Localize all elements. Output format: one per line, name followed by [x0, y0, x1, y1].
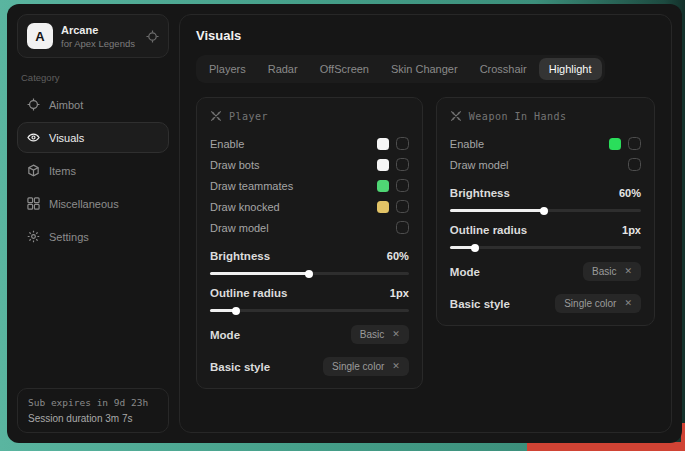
- remove-icon[interactable]: ✕: [624, 299, 632, 308]
- checkbox[interactable]: [628, 137, 641, 150]
- sidebar-item-label: Miscellaneous: [49, 198, 119, 210]
- session-duration-text: Session duration 3m 7s: [28, 413, 158, 424]
- toggle-row-draw-knocked: Draw knocked: [210, 196, 409, 217]
- toggle-label: Draw teammates: [210, 180, 293, 192]
- toggle-label: Draw model: [210, 222, 269, 234]
- slider-track[interactable]: [450, 209, 641, 212]
- remove-icon[interactable]: ✕: [392, 330, 400, 339]
- mode-tag[interactable]: Basic ✕: [351, 325, 409, 344]
- sidebar-item-items[interactable]: Items: [17, 155, 169, 186]
- tab-radar[interactable]: Radar: [258, 58, 308, 80]
- sidebar-item-miscellaneous[interactable]: Miscellaneous: [17, 188, 169, 219]
- gear-icon: [27, 230, 40, 243]
- main-content: Visuals Players Radar OffScreen Skin Cha…: [179, 14, 672, 433]
- color-swatch[interactable]: [377, 159, 389, 171]
- sub-expiry-text: Sub expires in 9d 23h: [28, 397, 158, 408]
- panel-weapon-header: Weapon In Hands: [450, 110, 641, 122]
- grid-icon: [27, 197, 40, 210]
- color-swatch[interactable]: [609, 138, 621, 150]
- toggle-row-enable: Enable: [450, 133, 641, 154]
- toggle-label: Draw model: [450, 159, 509, 171]
- basic-style-tag[interactable]: Single color ✕: [555, 294, 641, 313]
- remove-icon[interactable]: ✕: [624, 267, 632, 276]
- sidebar-item-label: Items: [49, 165, 76, 177]
- panel-weapon-in-hands: Weapon In Hands Enable Draw model: [436, 97, 655, 326]
- tag-text: Single color: [564, 298, 616, 309]
- tab-bar: Players Radar OffScreen Skin Changer Cro…: [196, 55, 605, 83]
- slider-brightness: Brightness 60%: [210, 250, 409, 275]
- target-icon[interactable]: [146, 30, 159, 43]
- sidebar-item-visuals[interactable]: Visuals: [17, 122, 169, 153]
- profile-card: A Arcane for Apex Legends: [17, 14, 169, 58]
- select-basic-style: Basic style Single color ✕: [450, 294, 641, 313]
- background-red-area: [527, 442, 685, 451]
- app-subtitle: for Apex Legends: [61, 38, 138, 49]
- toggle-row-draw-bots: Draw bots: [210, 154, 409, 175]
- tab-highlight[interactable]: Highlight: [539, 58, 602, 80]
- slider-label: Brightness: [450, 187, 510, 199]
- tab-players[interactable]: Players: [199, 58, 256, 80]
- checkbox[interactable]: [396, 200, 409, 213]
- select-mode: Mode Basic ✕: [210, 325, 409, 344]
- slider-track[interactable]: [210, 309, 409, 312]
- slider-fill: [450, 209, 544, 212]
- checkbox[interactable]: [396, 221, 409, 234]
- checkbox[interactable]: [396, 137, 409, 150]
- panel-player: Player Enable Draw bots: [196, 97, 423, 389]
- sidebar-item-label: Visuals: [49, 132, 84, 144]
- slider-fill: [450, 246, 475, 249]
- checkbox[interactable]: [628, 158, 641, 171]
- color-swatch[interactable]: [377, 180, 389, 192]
- color-swatch[interactable]: [377, 201, 389, 213]
- panel-title: Weapon In Hands: [469, 111, 567, 122]
- select-basic-style: Basic style Single color ✕: [210, 357, 409, 376]
- slider-track[interactable]: [450, 246, 641, 249]
- slider-thumb[interactable]: [540, 207, 548, 215]
- slider-value: 1px: [622, 224, 641, 236]
- sidebar-item-aimbot[interactable]: Aimbot: [17, 89, 169, 120]
- mode-tag[interactable]: Basic ✕: [583, 262, 641, 281]
- slider-thumb[interactable]: [471, 244, 479, 252]
- profile-text: Arcane for Apex Legends: [61, 24, 138, 49]
- panel-player-header: Player: [210, 110, 409, 122]
- toggle-label: Draw bots: [210, 159, 260, 171]
- remove-icon[interactable]: ✕: [392, 362, 400, 371]
- select-label: Mode: [450, 266, 480, 278]
- slider-thumb[interactable]: [232, 307, 240, 315]
- sidebar: A Arcane for Apex Legends Category Aimbo…: [7, 4, 179, 443]
- slider-value: 60%: [619, 187, 641, 199]
- select-mode: Mode Basic ✕: [450, 262, 641, 281]
- tab-offscreen[interactable]: OffScreen: [310, 58, 379, 80]
- slider-label: Outline radius: [210, 287, 287, 299]
- eye-icon: [27, 131, 40, 144]
- toggle-label: Enable: [210, 138, 244, 150]
- crossed-swords-icon: [450, 110, 462, 122]
- app-logo: A: [27, 23, 53, 49]
- select-label: Basic style: [210, 361, 270, 373]
- slider-outline-radius: Outline radius 1px: [450, 224, 641, 249]
- basic-style-tag[interactable]: Single color ✕: [323, 357, 409, 376]
- sidebar-item-label: Aimbot: [49, 99, 83, 111]
- tab-crosshair[interactable]: Crosshair: [470, 58, 537, 80]
- toggle-row-enable: Enable: [210, 133, 409, 154]
- toggle-row-draw-model: Draw model: [210, 217, 409, 238]
- slider-label: Outline radius: [450, 224, 527, 236]
- slider-track[interactable]: [210, 272, 409, 275]
- color-swatch[interactable]: [377, 138, 389, 150]
- panel-title: Player: [229, 111, 268, 122]
- slider-brightness: Brightness 60%: [450, 187, 641, 212]
- checkbox[interactable]: [396, 158, 409, 171]
- toggle-label: Draw knocked: [210, 201, 280, 213]
- subscription-status-card: Sub expires in 9d 23h Session duration 3…: [17, 388, 169, 433]
- slider-fill: [210, 309, 236, 312]
- checkbox[interactable]: [396, 179, 409, 192]
- crosshair-icon: [27, 98, 40, 111]
- select-label: Basic style: [450, 298, 510, 310]
- slider-thumb[interactable]: [305, 270, 313, 278]
- sidebar-item-settings[interactable]: Settings: [17, 221, 169, 252]
- slider-label: Brightness: [210, 250, 270, 262]
- tab-skin-changer[interactable]: Skin Changer: [381, 58, 468, 80]
- page-title: Visuals: [196, 28, 655, 43]
- panels-row: Player Enable Draw bots: [196, 97, 655, 389]
- select-label: Mode: [210, 329, 240, 341]
